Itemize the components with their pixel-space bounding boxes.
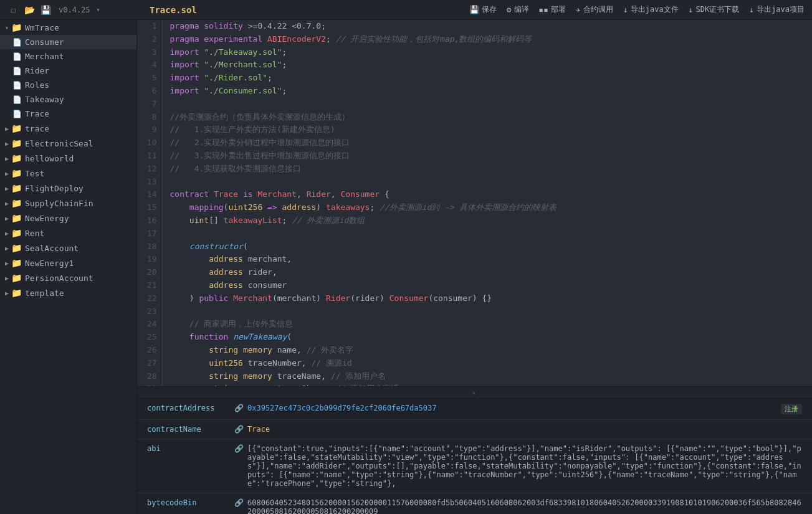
bottom-row-abi: abi🔗[{"constant":true,"inputs":[{"name":… bbox=[137, 439, 812, 493]
file-new-icon[interactable]: ☐ bbox=[7, 4, 19, 16]
sidebar-folder-SupplyChainFin[interactable]: ▶ 📁 SupplyChainFin bbox=[0, 196, 136, 211]
bottom-row-bytecodeBin: bytecodeBin🔗6080604052348015620000156200… bbox=[137, 493, 812, 514]
line-content: // 4.实现获取外卖溯源信息接口 bbox=[162, 163, 812, 176]
sidebar-folder-SealAccount[interactable]: ▶ 📁 SealAccount bbox=[0, 240, 136, 255]
rent-chevron: ▶ bbox=[5, 230, 9, 237]
bottom-link-icon-contractAddress: 🔗 bbox=[234, 404, 244, 412]
sidebar-folder-NewEnergy[interactable]: ▶ 📁 NewEnergy bbox=[0, 211, 136, 226]
code-line-10: 10// 2.实现外卖分销过程中增加溯源信息的接口 bbox=[137, 136, 812, 150]
test-folder-icon: 📁 bbox=[11, 168, 22, 178]
code-line-26: 26 string memory name, // 外卖名字 bbox=[137, 344, 812, 357]
sidebar-item-Roles[interactable]: 📄 Roles bbox=[0, 78, 136, 92]
code-line-21: 21 address consumer bbox=[137, 279, 812, 292]
compile-button[interactable]: ⚙ 编译 bbox=[507, 4, 529, 15]
sidebar-label-SupplyChainFin: SupplyChainFin bbox=[25, 199, 93, 208]
file-open-icon[interactable]: 📂 bbox=[24, 4, 35, 16]
bottom-badge-contractAddress[interactable]: 注册 bbox=[781, 404, 802, 414]
template-folder-icon: 📁 bbox=[11, 288, 22, 298]
line-number: 5 bbox=[137, 72, 162, 85]
sidebar-folder-trace[interactable]: ▶ 📁 trace bbox=[0, 121, 136, 136]
root-chevron: ▾ bbox=[5, 24, 9, 31]
rent-folder-icon: 📁 bbox=[11, 228, 22, 238]
code-editor[interactable]: 1pragma solidity >=0.4.22 <0.7.0;2pragma… bbox=[137, 20, 812, 386]
bottom-row-contractName: contractName🔗Trace bbox=[137, 420, 812, 439]
line-number: 23 bbox=[137, 305, 162, 318]
sealaccount-chevron: ▶ bbox=[5, 245, 9, 252]
line-content bbox=[162, 305, 812, 318]
code-line-4: 4import "./Merchant.sol"; bbox=[137, 59, 812, 72]
sidebar-folder-helloworld[interactable]: ▶ 📁 helloworld bbox=[0, 151, 136, 166]
content-area: 1pragma solidity >=0.4.22 <0.7.0;2pragma… bbox=[137, 20, 812, 514]
sidebar-folder-NewEnergy1[interactable]: ▶ 📁 NewEnergy1 bbox=[0, 255, 136, 270]
bottom-value-contractAddress: 0x39527ec473c0c2b099d79fe2cf2060fe67da50… bbox=[247, 404, 776, 412]
sidebar-folder-FlightDeploy[interactable]: ▶ 📁 FlightDeploy bbox=[0, 181, 136, 196]
line-content: //外卖溯源合约（负责具体外卖溯源信息的生成） bbox=[162, 111, 812, 124]
export-sdk-button[interactable]: ↓ SDK证书下载 bbox=[689, 4, 740, 15]
export-java-project-button[interactable]: ↓ 导出java项目 bbox=[749, 4, 805, 15]
sidebar-item-Rider[interactable]: 📄 Rider bbox=[0, 64, 136, 78]
line-content bbox=[162, 98, 812, 111]
template-chevron: ▶ bbox=[5, 290, 9, 297]
line-content: pragma solidity >=0.4.22 <0.7.0; bbox=[162, 20, 812, 33]
code-line-27: 27 uint256 traceNumber, // 溯源id bbox=[137, 357, 812, 370]
code-line-6: 6import "./Consumer.sol"; bbox=[137, 85, 812, 98]
sidebar-label-Takeaway: Takeaway bbox=[25, 95, 64, 104]
code-line-2: 2pragma experimental ABIEncoderV2; // 开启… bbox=[137, 33, 812, 46]
compile-icon: ⚙ bbox=[507, 5, 512, 14]
line-content: string memory traceName, // 添加用户名 bbox=[162, 370, 812, 383]
code-line-5: 5import "./Rider.sol"; bbox=[137, 72, 812, 85]
file-save-icon[interactable]: 💾 bbox=[40, 4, 51, 16]
export-java-icon: ↓ bbox=[623, 5, 628, 14]
line-content: uint[] takeawayList; // 外卖溯源id数组 bbox=[162, 214, 812, 227]
bottom-rows: contractAddress🔗0x39527ec473c0c2b099d79f… bbox=[137, 399, 812, 514]
bottom-key-abi: abi bbox=[147, 444, 234, 453]
line-number: 26 bbox=[137, 344, 162, 357]
code-line-8: 8//外卖溯源合约（负责具体外卖溯源信息的生成） bbox=[137, 111, 812, 124]
deploy-button[interactable]: ▪▪ 部署 bbox=[539, 4, 566, 15]
sidebar-item-Trace[interactable]: 📄 Trace bbox=[0, 107, 136, 121]
newenergy-folder-icon: 📁 bbox=[11, 213, 22, 223]
line-content: // 2.实现外卖分销过程中增加溯源信息的接口 bbox=[162, 136, 812, 150]
separator-bar[interactable]: ▾ bbox=[137, 386, 812, 399]
line-number: 27 bbox=[137, 357, 162, 370]
export-java-button[interactable]: ↓ 导出java文件 bbox=[623, 4, 679, 15]
version-chevron[interactable]: ▾ bbox=[97, 6, 100, 13]
sidebar-item-Merchant[interactable]: 📄 Merchant bbox=[0, 49, 136, 64]
line-number: 17 bbox=[137, 227, 162, 240]
code-line-1: 1pragma solidity >=0.4.22 <0.7.0; bbox=[137, 20, 812, 33]
sidebar: ▾ 📁 WmTrace 📄 Consumer 📄 Merchant 📄 Ride… bbox=[0, 20, 137, 514]
bottom-value-wrapper: 🔗0x39527ec473c0c2b099d79fe2cf2060fe67da5… bbox=[234, 404, 802, 414]
line-number: 1 bbox=[137, 20, 162, 33]
code-line-24: 24 // 商家调用，上传外卖信息 bbox=[137, 318, 812, 331]
file-icon-Roles: 📄 bbox=[12, 81, 22, 90]
sidebar-root-folder[interactable]: ▾ 📁 WmTrace bbox=[0, 20, 136, 35]
sidebar-folder-ElectronicSeal[interactable]: ▶ 📁 ElectronicSeal bbox=[0, 136, 136, 151]
file-icon-Merchant: 📄 bbox=[12, 52, 22, 61]
line-number: 12 bbox=[137, 163, 162, 176]
line-number: 20 bbox=[137, 266, 162, 279]
line-content bbox=[162, 227, 812, 240]
contract-debug-button[interactable]: ✈ 合约调用 bbox=[576, 4, 613, 15]
sidebar-folder-PersionAccount[interactable]: ▶ 📁 PersionAccount bbox=[0, 270, 136, 285]
file-title: Trace.sol bbox=[145, 5, 469, 15]
sidebar-label-Rent: Rent bbox=[25, 229, 44, 238]
sidebar-label-Consumer: Consumer bbox=[25, 37, 64, 47]
sidebar-folder-Test[interactable]: ▶ 📁 Test bbox=[0, 166, 136, 181]
supplychainfin-chevron: ▶ bbox=[5, 200, 9, 207]
sidebar-label-Trace: Trace bbox=[25, 109, 49, 118]
line-number: 25 bbox=[137, 331, 162, 344]
sidebar-item-Consumer[interactable]: 📄 Consumer bbox=[0, 35, 136, 49]
sidebar-folder-Rent[interactable]: ▶ 📁 Rent bbox=[0, 226, 136, 240]
helloworld-folder-icon: 📁 bbox=[11, 153, 22, 163]
sidebar-label-Roles: Roles bbox=[25, 80, 49, 90]
sidebar-label-ElectronicSeal: ElectronicSeal bbox=[25, 139, 93, 148]
sidebar-folder-template[interactable]: ▶ 📁 template bbox=[0, 285, 136, 300]
save-button[interactable]: 💾 保存 bbox=[469, 4, 497, 15]
line-content: mapping(uint256 => address) takeaways; /… bbox=[162, 201, 812, 214]
sidebar-item-Takeaway[interactable]: 📄 Takeaway bbox=[0, 92, 136, 107]
line-number: 22 bbox=[137, 292, 162, 305]
separator-icon: ▾ bbox=[472, 389, 477, 396]
line-content: import "./Merchant.sol"; bbox=[162, 59, 812, 72]
code-line-12: 12// 4.实现获取外卖溯源信息接口 bbox=[137, 163, 812, 176]
line-number: 7 bbox=[137, 98, 162, 111]
